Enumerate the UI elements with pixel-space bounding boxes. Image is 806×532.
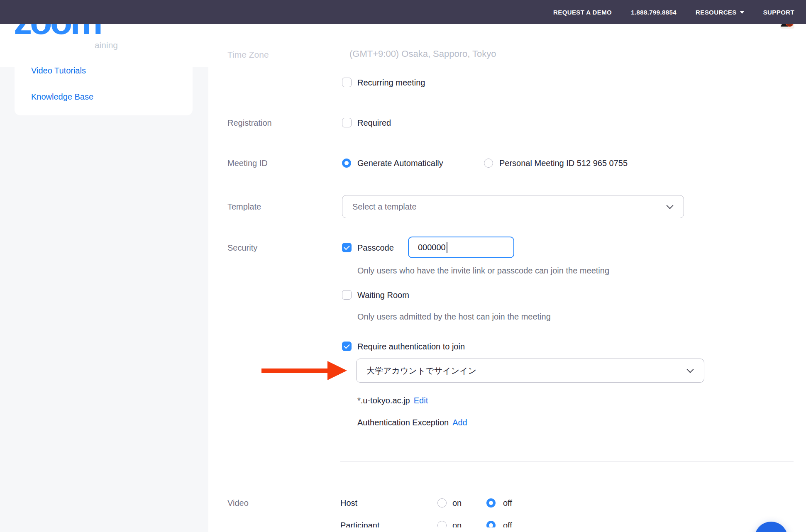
auth-domain-edit-link[interactable]: Edit bbox=[414, 395, 428, 406]
video-host-label: Host bbox=[340, 497, 357, 509]
request-demo-link[interactable]: REQUEST A DEMO bbox=[553, 9, 612, 16]
host-video-on-label: on bbox=[452, 497, 462, 509]
meeting-id-auto-radio[interactable] bbox=[342, 159, 351, 168]
sidebar-item-video-tutorials[interactable]: Video Tutorials bbox=[31, 66, 86, 76]
host-video-on-radio[interactable] bbox=[437, 498, 447, 508]
auth-exception-add-link[interactable]: Add bbox=[452, 417, 467, 428]
sidebar-item-knowledge-base[interactable]: Knowledge Base bbox=[31, 92, 93, 102]
section-divider bbox=[340, 461, 794, 462]
passcode-value: 000000 bbox=[418, 243, 446, 252]
chevron-down-icon bbox=[687, 366, 694, 373]
resources-menu[interactable]: RESOURCES bbox=[696, 9, 744, 16]
passcode-checkbox[interactable] bbox=[342, 243, 352, 252]
top-utility-bar: REQUEST A DEMO 1.888.799.8854 RESOURCES … bbox=[0, 0, 806, 24]
passcode-helper-text: Only users who have the invite link or p… bbox=[357, 265, 609, 276]
chevron-down-icon bbox=[667, 202, 674, 209]
recurring-meeting-label: Recurring meeting bbox=[357, 77, 425, 88]
template-select[interactable]: Select a template bbox=[342, 195, 684, 218]
auth-domain-row: *.u-tokyo.ac.jp Edit bbox=[357, 395, 428, 406]
registration-required-checkbox[interactable] bbox=[342, 118, 352, 127]
annotation-arrow-icon bbox=[327, 361, 347, 380]
auth-domain-value: *.u-tokyo.ac.jp bbox=[357, 395, 410, 406]
meeting-id-personal-radio[interactable] bbox=[484, 159, 493, 168]
sales-phone-number: 1.888.799.8854 bbox=[631, 9, 677, 16]
passcode-input[interactable]: 000000 bbox=[408, 237, 514, 258]
text-cursor bbox=[447, 242, 447, 253]
waiting-room-checkbox[interactable] bbox=[342, 290, 352, 300]
caret-down-icon bbox=[740, 11, 744, 14]
meeting-id-personal-label: Personal Meeting ID 512 965 0755 bbox=[499, 157, 628, 169]
host-video-off-label: off bbox=[503, 497, 512, 509]
auth-exception-label: Authentication Exception bbox=[357, 417, 449, 428]
require-auth-checkbox[interactable] bbox=[342, 342, 352, 351]
zoom-schedule-meeting-page: Video Tutorials Knowledge Base REQUEST A… bbox=[0, 0, 806, 532]
registration-required-label: Required bbox=[357, 117, 391, 129]
waiting-room-label: Waiting Room bbox=[357, 289, 409, 301]
annotation-arrow-shaft bbox=[261, 368, 328, 373]
waiting-room-helper-text: Only users admitted by the host can join… bbox=[357, 311, 551, 322]
sidebar: Video Tutorials Knowledge Base bbox=[0, 24, 208, 532]
meeting-id-label: Meeting ID bbox=[227, 157, 268, 169]
auth-method-value: 大学アカウントでサインイン bbox=[366, 365, 476, 376]
meeting-id-auto-label: Generate Automatically bbox=[357, 157, 443, 169]
support-link[interactable]: SUPPORT bbox=[763, 9, 794, 16]
require-auth-label: Require authentication to join bbox=[357, 341, 465, 352]
auth-exception-row: Authentication Exception Add bbox=[357, 417, 467, 428]
template-select-value: Select a template bbox=[352, 202, 417, 212]
security-label: Security bbox=[227, 242, 257, 254]
passcode-label: Passcode bbox=[357, 242, 394, 254]
recurring-meeting-checkbox[interactable] bbox=[342, 78, 352, 87]
screenshot-clip-edge bbox=[208, 527, 806, 532]
host-video-off-radio[interactable] bbox=[486, 498, 496, 508]
video-label: Video bbox=[227, 497, 249, 509]
auth-method-select[interactable]: 大学アカウントでサインイン bbox=[356, 359, 704, 383]
registration-label: Registration bbox=[227, 117, 272, 129]
help-chat-button[interactable] bbox=[755, 522, 788, 532]
template-label: Template bbox=[227, 201, 261, 212]
